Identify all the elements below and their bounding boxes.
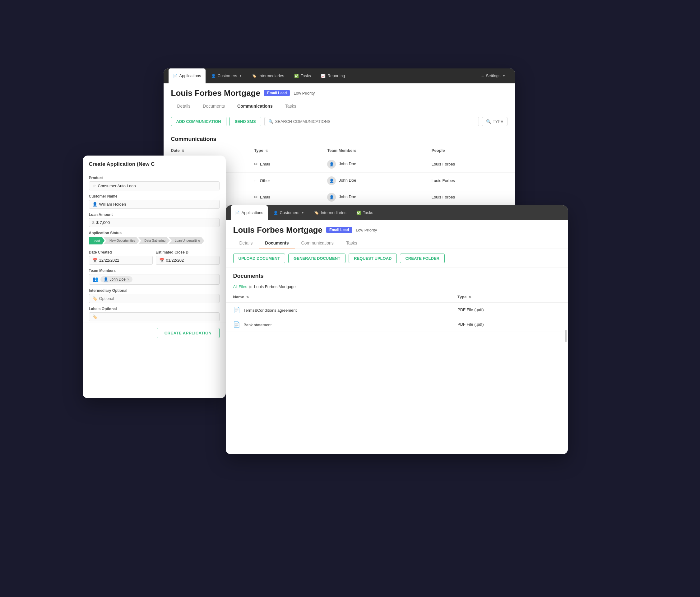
table-row: 📄 Terms&Conditions agreement PDF File (.… <box>226 303 568 317</box>
est-close-input-wrapper[interactable]: 📅 <box>156 256 220 265</box>
date-created-label: Date Created <box>89 250 153 255</box>
tab-details-docs[interactable]: Details <box>233 237 259 249</box>
pipeline-step-lead[interactable]: Lead <box>89 237 104 244</box>
tasks-icon: ✅ <box>294 74 299 78</box>
cell-person-0: Louis Forbes <box>424 156 515 172</box>
date-created-input-wrapper[interactable]: 📅 <box>89 256 153 265</box>
documents-table: Name ⇅ Type ⇅ 📄 Terms&Conditions agreeme… <box>226 291 568 332</box>
pipeline-step-loan[interactable]: Loan Underwriting <box>169 237 204 244</box>
customer-input[interactable] <box>99 202 216 207</box>
type-filter-search-icon: 🔍 <box>486 119 491 124</box>
generate-document-button[interactable]: GENERATE DOCUMENT <box>288 254 346 263</box>
nav-tab-intermediaries[interactable]: 🏷️ Intermediaries <box>248 68 288 83</box>
avatar-1: 👤 <box>327 176 336 185</box>
col-people: People <box>424 145 515 156</box>
create-application-button[interactable]: CREATE APPLICATION <box>157 328 220 338</box>
sub-tabs-docs: Details Documents Communications Tasks <box>226 237 568 249</box>
calendar-icon-2: 📅 <box>159 258 164 263</box>
team-member-avatar: 👤 <box>104 277 108 282</box>
tab-documents-comms[interactable]: Documents <box>197 100 231 112</box>
product-input[interactable] <box>98 184 216 188</box>
loan-input-wrapper[interactable]: $ <box>89 218 220 227</box>
col-date[interactable]: Date ⇅ <box>164 145 247 156</box>
tasks-icon-docs: ✅ <box>356 211 361 215</box>
add-communication-button[interactable]: ADD COMMUNICATION <box>171 117 226 126</box>
cell-doc-type-1: PDF File (.pdf) <box>450 317 568 332</box>
customer-input-wrapper[interactable]: 👤 <box>89 200 220 209</box>
nav-tab-settings[interactable]: ··· Settings ▼ <box>476 68 510 83</box>
tab-tasks-comms[interactable]: Tasks <box>279 100 303 112</box>
create-app-footer: CREATE APPLICATION <box>83 323 226 343</box>
cell-member-2: 👤 John Doe <box>320 189 424 205</box>
nav-tab-customers-docs[interactable]: 👤 Customers ▼ <box>269 205 309 220</box>
pipeline-step-new-opp[interactable]: New Opportunities <box>103 237 139 244</box>
search-icon: 🔍 <box>268 119 273 124</box>
email-lead-badge: Email Lead <box>264 90 290 96</box>
labels-input[interactable] <box>99 314 216 319</box>
team-label: Team Members <box>89 268 220 273</box>
cell-member-1: 👤 John Doe <box>320 172 424 189</box>
create-app-title: Create Application (New C <box>83 156 226 173</box>
product-input-wrapper[interactable]: ☆ <box>89 182 220 190</box>
tab-communications-comms[interactable]: Communications <box>231 100 279 112</box>
reporting-icon: 📈 <box>321 74 326 78</box>
customer-label: Customer Name <box>89 194 220 198</box>
nav-tab-reporting[interactable]: 📈 Reporting <box>317 68 349 83</box>
nav-tab-tasks[interactable]: ✅ Tasks <box>290 68 315 83</box>
product-section: Product ☆ <box>83 173 226 192</box>
intermediary-input-wrapper[interactable]: 🏷️ <box>89 294 220 303</box>
dates-section: Date Created 📅 Estimated Close D 📅 <box>83 248 226 266</box>
date-created-col: Date Created 📅 <box>89 250 153 265</box>
cell-person-2: Louis Forbes <box>424 189 515 205</box>
search-communications-box[interactable]: 🔍 <box>264 117 479 126</box>
est-close-input[interactable] <box>166 258 216 263</box>
tab-details-comms[interactable]: Details <box>171 100 197 112</box>
col-type[interactable]: Type ⇅ <box>247 145 320 156</box>
type-filter[interactable]: 🔍 TYPE <box>482 117 507 126</box>
cell-doc-type-0: PDF File (.pdf) <box>450 303 568 317</box>
labels-label: Labels Optional <box>89 307 220 311</box>
col-name[interactable]: Name ⇅ <box>226 291 450 303</box>
tab-documents-docs[interactable]: Documents <box>259 237 295 249</box>
labels-input-wrapper[interactable]: 🏷️ <box>89 312 220 321</box>
tab-communications-docs[interactable]: Communications <box>295 237 340 249</box>
upload-document-button[interactable]: UPLOAD DOCUMENT <box>233 254 285 263</box>
date-created-input[interactable] <box>99 258 149 263</box>
nav-tab-tasks-docs[interactable]: ✅ Tasks <box>352 205 377 220</box>
est-close-col: Estimated Close D 📅 <box>156 250 220 265</box>
request-upload-button[interactable]: REQUEST UPLOAD <box>349 254 397 263</box>
search-communications-input[interactable] <box>275 119 475 124</box>
nav-tab-applications-docs[interactable]: 📄 Applications <box>231 205 268 220</box>
team-member-name: John Doe <box>110 277 126 282</box>
tab-tasks-docs[interactable]: Tasks <box>340 237 364 249</box>
star-icon: ☆ <box>92 184 96 188</box>
labels-icon: 🏷️ <box>92 314 97 319</box>
pdf-icon-1: 📄 <box>233 321 240 328</box>
nav-tab-customers[interactable]: 👤 Customers ▼ <box>207 68 247 83</box>
avatar-2: 👤 <box>327 193 336 201</box>
other-icon-1: ··· <box>254 178 257 183</box>
person-icon: 👤 <box>92 202 97 207</box>
email-icon-0: ✉ <box>254 162 257 166</box>
table-row: 📄 Bank statement PDF File (.pdf) <box>226 317 568 332</box>
col-type-docs[interactable]: Type ⇅ <box>450 291 568 303</box>
cell-doc-name-0: 📄 Terms&Conditions agreement <box>226 303 450 317</box>
nav-tab-applications[interactable]: 📄 Applications <box>169 68 205 83</box>
send-sms-button[interactable]: SEND SMS <box>229 117 261 126</box>
priority-badge: Low Priority <box>294 91 315 96</box>
pipeline-step-data[interactable]: Data Gathering <box>138 237 170 244</box>
nav-tab-intermediaries-docs[interactable]: 🏷️ Intermediaries <box>310 205 350 220</box>
remove-team-member[interactable]: × <box>127 277 129 282</box>
create-folder-button[interactable]: CREATE FOLDER <box>400 254 445 263</box>
cell-type-1: ··· Other <box>247 172 320 189</box>
breadcrumb-root[interactable]: All Files <box>233 284 248 289</box>
customers-icon: 👤 <box>211 74 216 78</box>
labels-section: Labels Optional 🏷️ <box>83 304 226 323</box>
cell-person-1: Louis Forbes <box>424 172 515 189</box>
team-tag-john: 👤 John Doe × <box>100 276 132 283</box>
team-input-wrapper[interactable]: 👥 👤 John Doe × <box>89 274 220 285</box>
page-title-docs: Louis Forbes Mortgage <box>233 225 323 235</box>
intermediary-input[interactable] <box>99 296 216 301</box>
loan-input[interactable] <box>96 220 216 225</box>
pdf-icon-0: 📄 <box>233 307 240 313</box>
